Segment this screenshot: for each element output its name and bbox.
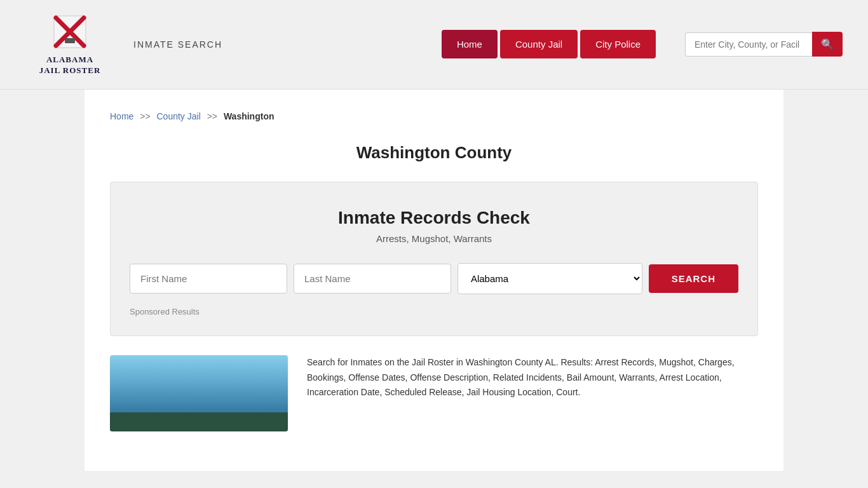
logo-area: ALABAMA JAIL ROSTER <box>25 13 114 76</box>
bottom-description: Search for Inmates on the Jail Roster in… <box>307 355 758 431</box>
records-check-title: Inmate Records Check <box>130 208 738 228</box>
state-select[interactable]: AlabamaAlaskaArizonaArkansasCaliforniaCo… <box>458 263 642 294</box>
header-search-button[interactable]: 🔍 <box>812 32 843 57</box>
nav-buttons: Home County Jail City Police <box>442 30 656 58</box>
last-name-input[interactable] <box>294 264 451 294</box>
bottom-image <box>110 355 288 431</box>
records-check-box: Inmate Records Check Arrests, Mugshot, W… <box>110 182 758 336</box>
logo-text: ALABAMA JAIL ROSTER <box>39 55 101 76</box>
breadcrumb-current: Washington <box>224 111 275 121</box>
logo-icon <box>51 13 89 51</box>
records-form: AlabamaAlaskaArizonaArkansasCaliforniaCo… <box>130 263 738 294</box>
sponsored-label: Sponsored Results <box>130 307 738 316</box>
home-nav-button[interactable]: Home <box>442 30 498 58</box>
svg-rect-3 <box>65 38 75 43</box>
bottom-section: Search for Inmates on the Jail Roster in… <box>110 355 758 431</box>
page-title: Washington County <box>110 143 758 163</box>
main-content: Home >> County Jail >> Washington Washin… <box>85 90 783 471</box>
first-name-input[interactable] <box>130 264 287 294</box>
breadcrumb-separator-2: >> <box>207 111 217 121</box>
inmate-search-label: INMATE SEARCH <box>133 39 222 50</box>
records-search-button[interactable]: SEARCH <box>649 264 738 293</box>
records-check-subtitle: Arrests, Mugshot, Warrants <box>130 233 738 244</box>
city-police-nav-button[interactable]: City Police <box>580 30 656 58</box>
header-search-input[interactable] <box>685 32 812 57</box>
breadcrumb-separator-1: >> <box>140 111 150 121</box>
breadcrumb-home-link[interactable]: Home <box>110 111 133 121</box>
breadcrumb-county-jail-link[interactable]: County Jail <box>157 111 201 121</box>
header: ALABAMA JAIL ROSTER INMATE SEARCH Home C… <box>0 0 868 90</box>
county-jail-nav-button[interactable]: County Jail <box>500 30 578 58</box>
header-search-area: 🔍 <box>685 32 843 57</box>
breadcrumb: Home >> County Jail >> Washington <box>110 102 758 130</box>
